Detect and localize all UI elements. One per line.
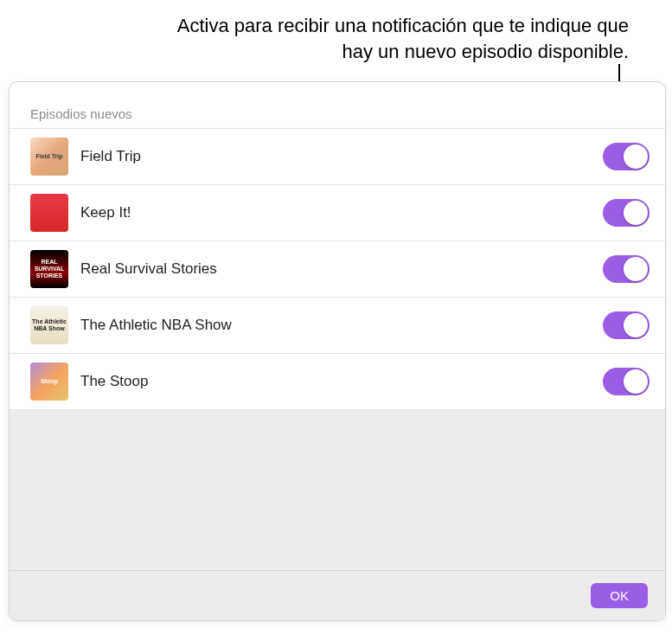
toggle-knob — [624, 257, 648, 281]
podcast-title: The Athletic NBA Show — [80, 317, 591, 334]
empty-area — [10, 410, 665, 570]
podcast-title: Keep It! — [80, 204, 591, 221]
notification-toggle[interactable] — [603, 255, 650, 283]
callout-text: Activa para recibir una notificación que… — [144, 13, 629, 64]
toggle-knob — [624, 144, 648, 169]
podcast-title: Field Trip — [80, 148, 591, 165]
podcast-artwork: Stoop — [30, 362, 68, 401]
podcast-title: Real Survival Stories — [80, 260, 591, 278]
ok-button[interactable]: OK — [591, 583, 648, 608]
list-item: Keep It! — [10, 185, 665, 241]
list-item: StoopThe Stoop — [10, 354, 665, 410]
toggle-knob — [624, 369, 648, 394]
podcast-artwork — [30, 194, 68, 232]
podcast-artwork: The Athletic NBA Show — [30, 306, 68, 344]
podcast-list: Field TripField TripKeep It!REAL SURVIVA… — [10, 128, 665, 410]
notification-toggle[interactable] — [603, 311, 650, 339]
section-header-new-episodes: Episodios nuevos — [10, 82, 665, 128]
dialog-footer: OK — [10, 570, 665, 620]
notifications-dialog: Episodios nuevos Field TripField TripKee… — [9, 81, 666, 621]
list-item: REAL SURVIVAL STORIESReal Survival Stori… — [10, 241, 665, 298]
toggle-knob — [624, 313, 648, 337]
notification-toggle[interactable] — [603, 199, 650, 227]
list-item: The Athletic NBA ShowThe Athletic NBA Sh… — [10, 298, 665, 354]
podcast-title: The Stoop — [80, 373, 591, 390]
list-item: Field TripField Trip — [10, 128, 665, 185]
podcast-artwork: REAL SURVIVAL STORIES — [30, 250, 68, 288]
notification-toggle[interactable] — [603, 368, 650, 395]
toggle-knob — [624, 201, 648, 225]
notification-toggle[interactable] — [603, 143, 650, 170]
podcast-artwork: Field Trip — [30, 138, 68, 176]
